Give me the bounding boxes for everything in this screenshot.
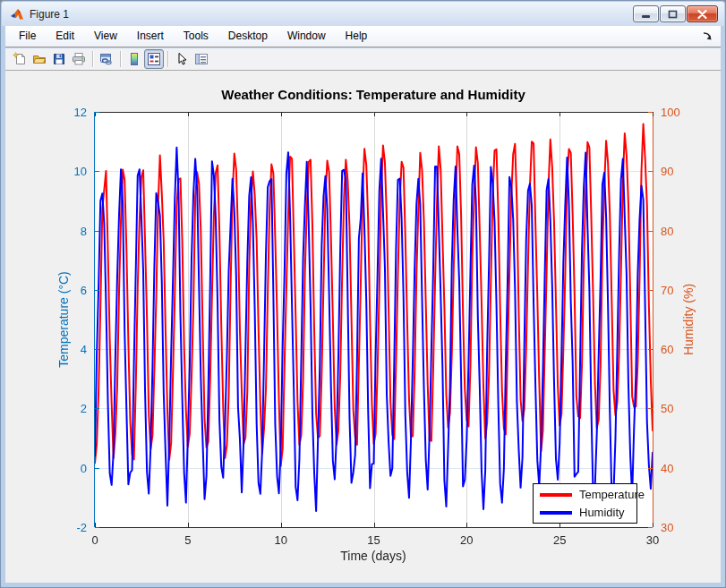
maximize-button[interactable] <box>660 5 686 22</box>
right-tick-label: 50 <box>661 402 673 415</box>
figure-window: Figure 1 File Edit View Insert Tools Des… <box>0 0 726 588</box>
right-tick-label: 80 <box>661 224 673 237</box>
x-tick-label: 0 <box>91 533 98 547</box>
menu-window[interactable]: Window <box>278 26 336 47</box>
x-tick-label: 25 <box>553 533 566 547</box>
legend-entry-humidity: Humidity <box>540 505 630 520</box>
left-tick-label: 4 <box>81 343 87 356</box>
toolbar-separator <box>120 51 121 67</box>
titlebar[interactable]: Figure 1 <box>2 2 724 26</box>
menubar: File Edit View Insert Tools Desktop Wind… <box>5 26 721 47</box>
print-figure-button[interactable] <box>69 49 89 69</box>
left-y-axis-label: Temperature (°C) <box>56 271 71 368</box>
x-tick-label: 5 <box>184 533 191 547</box>
right-tick-label: 90 <box>661 165 673 178</box>
left-tick-label: 2 <box>81 402 87 415</box>
matlab-logo-icon <box>10 7 24 21</box>
link-plot-button[interactable] <box>97 49 116 69</box>
edit-plot-icon <box>175 52 189 66</box>
right-tick-label: 100 <box>661 106 680 119</box>
new-figure-button[interactable] <box>10 49 30 69</box>
toolbar-separator <box>167 51 168 67</box>
toolbar <box>5 48 721 71</box>
x-tick-label: 15 <box>367 533 380 547</box>
right-tick-label: 70 <box>661 283 673 296</box>
edit-plot-button[interactable] <box>172 49 192 69</box>
left-tick-label: 0 <box>81 461 87 474</box>
humidity-line-swatch <box>540 511 572 515</box>
save-figure-button[interactable] <box>49 49 69 69</box>
open-file-button[interactable] <box>30 49 49 69</box>
menu-insert[interactable]: Insert <box>127 26 174 47</box>
link-plot-icon <box>99 52 114 66</box>
toolbar-separator <box>92 51 93 67</box>
left-tick-label: 6 <box>81 283 87 296</box>
right-tick-label: 40 <box>661 461 673 474</box>
x-tick-label: 10 <box>274 533 286 547</box>
property-inspector-button[interactable] <box>192 49 211 69</box>
temperature-line-swatch <box>540 493 572 497</box>
close-button[interactable] <box>687 5 718 22</box>
new-figure-icon <box>13 52 27 66</box>
menu-view[interactable]: View <box>84 26 127 47</box>
menu-desktop[interactable]: Desktop <box>218 26 278 47</box>
legend-entry-temperature: Temperature <box>540 487 630 502</box>
menu-edit[interactable]: Edit <box>46 26 84 47</box>
legend[interactable]: Temperature Humidity <box>533 483 637 524</box>
left-tick-label: 12 <box>74 106 87 119</box>
insert-colorbar-icon <box>127 52 141 66</box>
right-y-axis-label: Humidity (%) <box>681 284 696 355</box>
insert-colorbar-button[interactable] <box>124 49 144 69</box>
save-figure-icon <box>52 52 66 66</box>
minimize-button[interactable] <box>633 5 659 22</box>
left-tick-label: 10 <box>74 165 87 178</box>
right-tick-label: 30 <box>661 521 673 534</box>
dock-arrow-icon[interactable] <box>702 30 713 46</box>
left-tick-label: -2 <box>76 521 87 534</box>
window-title: Figure 1 <box>30 8 69 21</box>
right-tick-label: 60 <box>661 343 673 356</box>
menu-file[interactable]: File <box>9 26 46 47</box>
x-tick-label: 30 <box>646 533 659 547</box>
figure-canvas-area: Weather Conditions: Temperature and Humi… <box>5 71 721 583</box>
menu-tools[interactable]: Tools <box>174 26 218 47</box>
legend-label: Humidity <box>579 506 625 519</box>
insert-legend-button[interactable] <box>144 49 164 69</box>
legend-label: Temperature <box>579 488 645 501</box>
property-inspector-icon <box>194 52 209 66</box>
window-controls <box>632 5 718 22</box>
menu-help[interactable]: Help <box>336 26 378 47</box>
left-tick-label: 8 <box>81 224 87 237</box>
x-axis-label: Time (days) <box>340 549 406 563</box>
x-tick-label: 20 <box>460 533 473 547</box>
chart-title: Weather Conditions: Temperature and Humi… <box>221 87 525 102</box>
print-figure-icon <box>72 52 86 66</box>
insert-legend-icon <box>147 52 161 66</box>
open-file-icon <box>32 52 47 66</box>
